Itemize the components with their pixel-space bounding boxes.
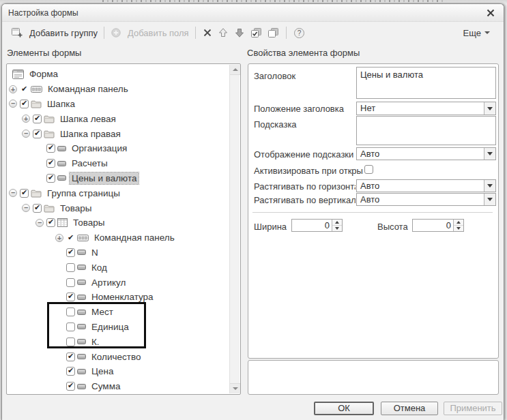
tooltip-display-value: Авто <box>357 148 484 160</box>
dropdown-button[interactable] <box>484 194 495 205</box>
title-input[interactable]: Цены и валюта <box>356 67 496 99</box>
tree-item[interactable]: −Шапка правая <box>8 126 229 141</box>
visibility-checkbox[interactable] <box>33 204 42 213</box>
title-label: Заголовок <box>254 71 355 81</box>
collapse-icon[interactable]: − <box>9 100 17 108</box>
tree-item[interactable]: −Товары <box>8 215 229 230</box>
height-stepper[interactable]: 0 <box>412 219 464 232</box>
expand-icon[interactable]: + <box>55 234 63 242</box>
stretch-vertical-value: Авто <box>357 194 484 205</box>
tree-item[interactable]: +Шапка левая <box>8 111 229 126</box>
tree-item[interactable]: Код <box>8 260 229 275</box>
dropdown-button[interactable] <box>484 148 495 160</box>
tree-item-label: Количество <box>89 351 143 363</box>
step-up-button[interactable] <box>454 220 463 226</box>
tree-item[interactable]: Организация <box>8 141 229 156</box>
scroll-up-button[interactable] <box>230 65 240 75</box>
stretch-vertical-label: Растягивать по вертикали <box>254 195 356 205</box>
visibility-checkbox[interactable] <box>46 159 55 168</box>
visibility-checkbox[interactable] <box>66 263 75 272</box>
visibility-checkbox[interactable] <box>20 189 29 198</box>
tree-item[interactable]: −Товары <box>8 200 229 215</box>
stretch-vertical-select[interactable]: Авто <box>356 193 496 206</box>
visibility-checkbox[interactable] <box>33 130 42 138</box>
visibility-checkbox[interactable] <box>46 144 55 153</box>
more-button[interactable]: Еще <box>463 28 497 38</box>
dropdown-button[interactable] <box>484 102 495 115</box>
tooltip-display-select[interactable]: Авто <box>356 147 496 160</box>
tooltip-label: Подсказка <box>254 119 355 130</box>
visibility-checkbox[interactable] <box>66 382 75 391</box>
tree-scrollbar[interactable] <box>229 65 240 393</box>
activate-on-open-checkbox[interactable] <box>364 165 373 174</box>
collapse-icon[interactable]: − <box>35 219 44 227</box>
step-up-button[interactable] <box>332 220 342 226</box>
visibility-checkbox[interactable] <box>66 308 75 316</box>
tree-item[interactable]: Единица <box>8 320 229 335</box>
field-icon <box>77 384 86 389</box>
visibility-checkbox[interactable] <box>66 278 75 287</box>
table-icon <box>57 218 68 227</box>
visibility-checkbox[interactable] <box>66 248 75 257</box>
tree-item[interactable]: Мест <box>8 305 229 320</box>
move-down-button[interactable] <box>231 26 248 40</box>
help-button[interactable]: ? <box>291 26 308 40</box>
visibility-checkbox[interactable] <box>66 352 75 361</box>
tree-item[interactable]: Форма <box>8 67 229 82</box>
expand-icon[interactable]: + <box>9 85 17 93</box>
collapse-icon[interactable]: − <box>22 130 30 138</box>
visibility-checkbox[interactable] <box>66 322 75 331</box>
uncheck-all-button[interactable] <box>265 26 282 40</box>
expand-icon[interactable]: + <box>22 115 30 123</box>
add-group-button[interactable]: Добавить группу <box>9 26 100 40</box>
tree-item[interactable]: Номенклатура <box>8 290 229 305</box>
visibility-checkbox[interactable] <box>33 115 42 123</box>
apply-button[interactable]: Применить <box>444 402 502 415</box>
add-fields-button[interactable]: Добавить поля <box>108 26 191 40</box>
tree-item[interactable]: −Группа страницы <box>8 185 229 200</box>
tree-item[interactable]: +✔Командная панель <box>8 230 229 245</box>
command-bar-icon <box>77 235 89 241</box>
collapse-icon[interactable]: − <box>22 204 30 212</box>
tree-item[interactable]: Сумма <box>8 379 229 393</box>
step-down-button[interactable] <box>454 226 463 231</box>
field-icon <box>77 339 86 344</box>
width-stepper[interactable]: 0 <box>291 219 343 232</box>
visibility-checkbox[interactable] <box>66 367 75 376</box>
cancel-button[interactable]: Отмена <box>381 402 438 415</box>
visibility-check-icon[interactable]: ✔ <box>66 233 75 242</box>
stepper-arrows[interactable] <box>332 220 342 231</box>
visibility-check-icon[interactable]: ✔ <box>20 85 29 93</box>
move-up-button[interactable] <box>215 26 231 40</box>
stretch-horizontal-select[interactable]: Авто <box>356 179 496 192</box>
tree-item[interactable]: Цена <box>8 364 229 379</box>
tree-item-label: Товары <box>71 217 106 228</box>
arrow-up-icon <box>335 221 339 224</box>
width-value: 0 <box>292 220 332 231</box>
dropdown-button[interactable] <box>484 180 495 192</box>
visibility-checkbox[interactable] <box>46 218 55 227</box>
check-all-icon <box>250 27 262 38</box>
tree-item[interactable]: Цены и валюта <box>8 171 229 186</box>
tree-item[interactable]: К. <box>8 334 229 349</box>
tree-item[interactable]: −Шапка <box>8 97 229 112</box>
visibility-checkbox[interactable] <box>20 100 29 108</box>
visibility-checkbox[interactable] <box>66 338 75 346</box>
stepper-arrows[interactable] <box>453 220 463 231</box>
delete-button[interactable] <box>200 27 215 39</box>
check-all-button[interactable] <box>248 26 265 40</box>
tree-item[interactable]: N <box>8 245 229 260</box>
scroll-down-button[interactable] <box>230 383 240 393</box>
tree-item[interactable]: Количество <box>8 349 229 364</box>
collapse-icon[interactable]: − <box>9 189 17 197</box>
visibility-checkbox[interactable] <box>66 292 75 301</box>
visibility-checkbox[interactable] <box>46 174 55 183</box>
title-position-select[interactable]: Нет <box>356 102 496 115</box>
ok-button[interactable]: ОК <box>314 402 374 415</box>
tooltip-input[interactable] <box>356 116 496 145</box>
tree-item[interactable]: Артикул <box>8 275 229 290</box>
tree-item[interactable]: +✔Командная панель <box>8 82 229 97</box>
close-button[interactable] <box>484 7 497 19</box>
tree-item[interactable]: Расчеты <box>8 156 229 171</box>
step-down-button[interactable] <box>332 226 342 231</box>
